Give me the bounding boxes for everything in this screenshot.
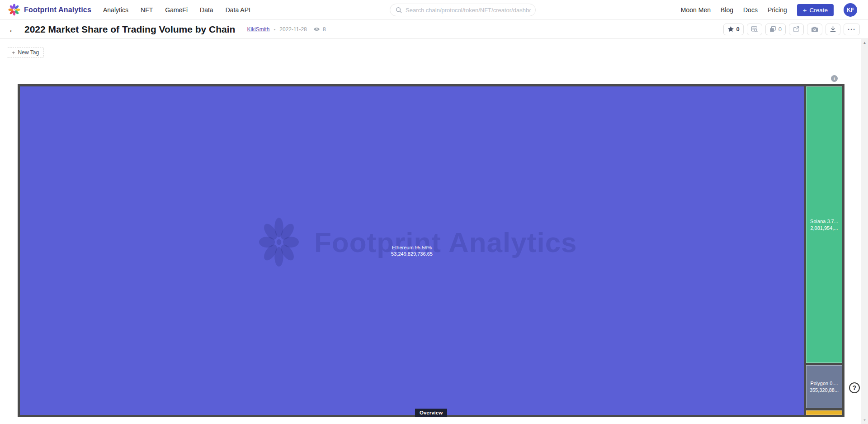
nav-item-docs[interactable]: Docs <box>743 6 758 14</box>
scroll-down-arrow-icon[interactable]: ▼ <box>861 418 868 422</box>
search-input[interactable] <box>406 7 531 14</box>
views-counter: 8 <box>313 26 326 33</box>
nav-item-blog[interactable]: Blog <box>721 6 733 14</box>
nav-item-moon-men[interactable]: Moon Men <box>681 6 711 14</box>
polygon-label: Polygon 0.... 355,320,88... <box>810 380 839 393</box>
create-button[interactable]: + Create <box>797 4 834 16</box>
nav-item-gamefi[interactable]: GameFi <box>165 6 188 14</box>
favorite-button[interactable]: 0 <box>723 24 744 35</box>
more-button[interactable]: ··· <box>844 24 860 35</box>
report-search-icon <box>751 26 758 33</box>
treemap-chart: Footprint Analytics Ethereum 95.56% 53,2… <box>18 84 844 417</box>
download-icon <box>830 26 836 33</box>
polygon-label-line2: 355,320,88... <box>810 387 839 393</box>
footprint-logo-icon <box>8 4 20 16</box>
star-icon <box>727 26 734 33</box>
treemap-cell-unlabeled[interactable] <box>806 410 842 415</box>
search-box[interactable] <box>390 4 536 16</box>
dashboard-body: + New Tag i <box>0 39 868 424</box>
help-button[interactable]: ? <box>849 382 860 393</box>
clone-icon <box>769 26 776 33</box>
brand-name: Footprint Analytics <box>24 6 91 14</box>
page-title: 2022 Market Share of Trading Volume by C… <box>24 24 235 35</box>
screenshot-button[interactable] <box>807 24 822 35</box>
sql-preview-button[interactable] <box>747 24 762 35</box>
top-navbar: Footprint Analytics Analytics NFT GameFi… <box>0 0 868 20</box>
plus-icon: + <box>12 50 15 56</box>
scroll-up-arrow-icon[interactable]: ▲ <box>861 41 868 45</box>
ethereum-label-line2: 53,249,829,736.65 <box>391 251 433 257</box>
watermark: Footprint Analytics <box>259 217 577 267</box>
solana-label: Solana 3.7... 2,081,954,... <box>810 218 838 231</box>
chart-info-icon[interactable]: i <box>831 75 838 82</box>
camera-icon <box>811 26 818 33</box>
nav-item-analytics[interactable]: Analytics <box>103 6 128 14</box>
footprint-watermark-icon <box>259 218 299 267</box>
treemap-cell-ethereum[interactable]: Footprint Analytics Ethereum 95.56% 53,2… <box>20 86 804 415</box>
solana-label-line2: 2,081,954,... <box>810 225 838 231</box>
solana-label-line1: Solana 3.7... <box>810 219 838 224</box>
treemap-right-column: Solana 3.7... 2,081,954,... Polygon 0...… <box>806 86 842 415</box>
avatar[interactable]: KF <box>844 3 857 17</box>
clone-button[interactable]: 0 <box>765 24 786 35</box>
star-count: 0 <box>736 26 740 33</box>
treemap-cell-polygon[interactable]: Polygon 0.... 355,320,88... <box>806 365 842 408</box>
brand[interactable]: Footprint Analytics <box>8 4 91 16</box>
overview-tab[interactable]: Overview <box>415 409 447 417</box>
views-count: 8 <box>323 26 326 33</box>
author-link[interactable]: KikiSmith <box>247 26 269 33</box>
nav-item-nft[interactable]: NFT <box>141 6 153 14</box>
new-tag-button[interactable]: + New Tag <box>7 47 44 58</box>
vertical-scrollbar[interactable]: ▲ ▼ <box>861 39 868 424</box>
right-menu: Moon Men Blog Docs Pricing + Create KF <box>681 0 857 20</box>
publish-date: 2022-11-28 <box>279 26 307 33</box>
ethereum-label-line1: Ethereum 95.56% <box>392 245 432 250</box>
eye-icon <box>313 27 320 32</box>
header-actions: 0 0 <box>723 24 860 35</box>
main-menu: Analytics NFT GameFi Data Data API <box>103 6 250 14</box>
dot-separator: • <box>274 27 275 32</box>
treemap-cell-solana[interactable]: Solana 3.7... 2,081,954,... <box>806 86 842 363</box>
share-button[interactable] <box>789 24 804 35</box>
clone-count: 0 <box>778 26 782 33</box>
ellipsis-icon: ··· <box>848 26 856 33</box>
search-icon <box>396 7 402 13</box>
watermark-text: Footprint Analytics <box>314 226 577 258</box>
nav-item-data-api[interactable]: Data API <box>226 6 250 14</box>
download-button[interactable] <box>826 24 840 35</box>
external-link-icon <box>793 26 800 33</box>
dashboard-header: ← 2022 Market Share of Trading Volume by… <box>0 20 868 39</box>
polygon-label-line1: Polygon 0.... <box>810 381 838 386</box>
nav-item-pricing[interactable]: Pricing <box>768 6 787 14</box>
dashboard-meta: KikiSmith • 2022-11-28 <box>247 26 307 33</box>
new-tag-label: New Tag <box>18 49 39 56</box>
nav-item-data[interactable]: Data <box>200 6 213 14</box>
create-button-label: Create <box>809 7 828 14</box>
plus-icon: + <box>803 7 807 14</box>
ethereum-label: Ethereum 95.56% 53,249,829,736.65 <box>391 244 433 257</box>
back-arrow-icon[interactable]: ← <box>8 25 17 34</box>
